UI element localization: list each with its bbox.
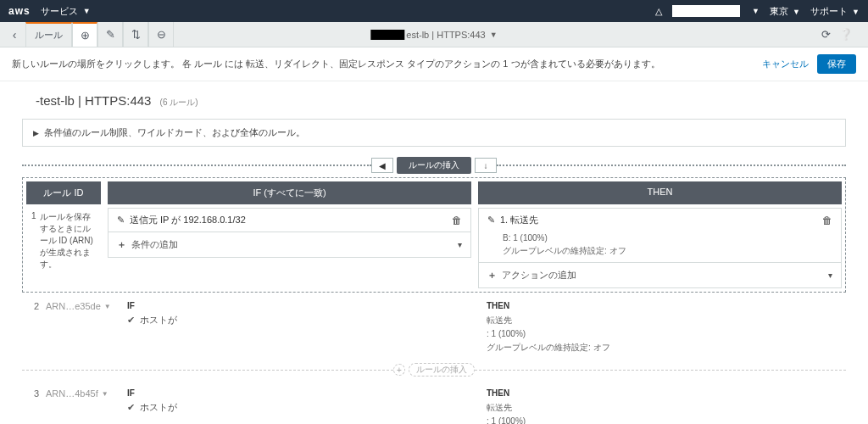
rule-row: 2 ARN…e35de▼ IF ✔ホストが THEN 転送先 : 1 (100%…: [22, 293, 846, 360]
hint-text: 新しいルールの場所をクリックします。 各 ルール には 転送、リダイレクト、固定…: [12, 58, 660, 70]
insert-arrow-left[interactable]: ◀: [371, 158, 393, 173]
listener-proto: HTTPS:443: [437, 30, 485, 40]
action-detail: グループレベルの維持設定: オフ: [479, 244, 841, 262]
edit-rule-tab[interactable]: ✎: [97, 22, 123, 47]
add-rule-tab[interactable]: ⊕: [72, 22, 97, 47]
pencil-icon: ✎: [487, 215, 495, 226]
account-menu[interactable]: [672, 5, 740, 17]
tab-rules[interactable]: ルール: [25, 22, 72, 47]
add-action-button[interactable]: ＋ アクションの追加 ▾: [478, 263, 842, 288]
rule-id-cell: 1 ルールを保存するときにルール ID (ARN) が生成されます。: [26, 208, 101, 288]
reorder-rule-tab[interactable]: ⇅: [123, 22, 148, 47]
insert-position-marker[interactable]: ◀ ルールの挿入 ↓: [22, 157, 846, 174]
rule-arn[interactable]: ARN…e35de▼: [46, 301, 127, 354]
caret-down-icon: ▼: [104, 303, 111, 310]
chevron-down-icon: ▾: [458, 240, 462, 249]
trash-icon[interactable]: 🗑: [822, 215, 832, 226]
rules-list: 2 ARN…e35de▼ IF ✔ホストが THEN 転送先 : 1 (100%…: [22, 293, 846, 424]
condition-row[interactable]: ✎ 送信元 IP が 192.168.0.1/32 🗑: [108, 209, 470, 232]
back-button[interactable]: ‹: [3, 22, 25, 47]
info-expander[interactable]: ▶条件値のルール制限、ワイルドカード、および全体のルール。: [22, 119, 846, 147]
page-body: -test-lb | HTTPS:443 (6 ルール) ▶条件値のルール制限、…: [0, 81, 868, 424]
triangle-right-icon: ▶: [33, 129, 39, 137]
support-menu[interactable]: サポート ▼: [810, 5, 860, 18]
services-menu[interactable]: サービス▼: [41, 5, 91, 18]
aws-logo: aws: [8, 5, 31, 17]
action-detail: B: 1 (100%): [479, 232, 841, 244]
rule-count: (6 ルール): [160, 98, 198, 107]
insert-arrow-down[interactable]: ↓: [475, 158, 497, 173]
action-text: 1. 転送先: [500, 214, 538, 226]
caret-down-icon: ▼: [83, 7, 91, 15]
caret-down-icon: ▼: [752, 7, 760, 15]
region-menu[interactable]: 東京 ▼: [770, 5, 800, 18]
refresh-icon[interactable]: ⟳: [821, 28, 831, 41]
tab-bar: ‹ ルール ⊕ ✎ ⇅ ⊖ est-lb | HTTPS:443 ▼ ⟳ ❔: [0, 22, 868, 47]
help-icon[interactable]: ❔: [839, 28, 853, 41]
plus-icon: ＋: [487, 269, 497, 282]
caret-down-icon: ▼: [102, 390, 108, 398]
check-icon: ✔: [127, 402, 135, 413]
plus-icon: ＋: [117, 238, 126, 251]
condition-text: 送信元 IP が 192.168.0.1/32: [130, 214, 246, 226]
header-then: THEN: [478, 181, 842, 204]
rule-row: 3 ARN…4b45f▼ IF ✔ホストが THEN 転送先 : 1 (100%…: [22, 380, 846, 424]
chevron-down-icon: ▾: [828, 271, 832, 280]
redacted-icon: [370, 30, 404, 40]
pencil-icon: ✎: [117, 215, 125, 226]
save-button[interactable]: 保存: [817, 54, 856, 74]
global-nav: aws サービス▼ △ ▼ 東京 ▼ サポート ▼: [0, 0, 868, 22]
rule-editor: ルール ID IF (すべてに一致) THEN 1 ルールを保存するときにルール…: [22, 177, 846, 293]
header-if: IF (すべてに一致): [108, 181, 471, 204]
services-label: サービス: [41, 5, 78, 18]
check-icon: ✔: [127, 315, 135, 326]
plus-icon: +: [393, 364, 405, 376]
rule-arn[interactable]: ARN…4b45f▼: [46, 388, 127, 424]
insert-label: ルールの挿入: [397, 157, 471, 174]
hint-bar: 新しいルールの場所をクリックします。 各 ルール には 転送、リダイレクト、固定…: [0, 47, 868, 81]
page-title: -test-lb | HTTPS:443 (6 ルール): [36, 93, 853, 109]
action-row[interactable]: ✎ 1. 転送先 🗑: [479, 209, 841, 232]
delete-rule-tab[interactable]: ⊖: [148, 22, 174, 47]
trash-icon[interactable]: 🗑: [452, 215, 462, 226]
lb-name: est-lb: [406, 30, 429, 40]
bell-icon[interactable]: △: [655, 6, 662, 17]
header-id: ルール ID: [26, 181, 101, 204]
breadcrumb: est-lb | HTTPS:443 ▼: [370, 22, 497, 47]
insert-marker[interactable]: +ルールの挿入: [22, 363, 846, 377]
add-condition-button[interactable]: ＋ 条件の追加 ▾: [108, 232, 471, 258]
cancel-button[interactable]: キャンセル: [762, 58, 809, 70]
